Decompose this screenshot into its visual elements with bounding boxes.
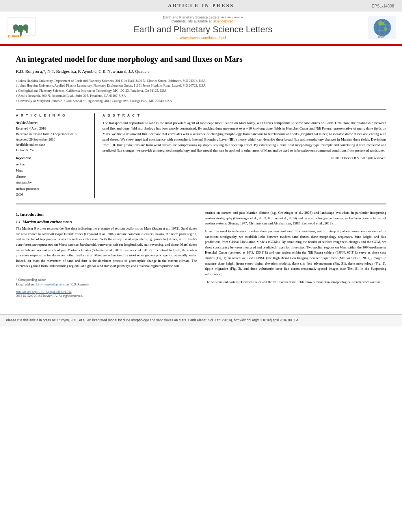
article-in-press-banner: ARTICLE IN PRESS	[0, 0, 402, 11]
email-name-text: (K.D. Runyon).	[69, 283, 89, 286]
elsevier-logo: ELSEVIER	[6, 16, 37, 39]
keyword-2: Mars	[16, 168, 88, 174]
corresponding-label: * Corresponding author.	[16, 278, 197, 282]
accepted-date: Accepted 29 September 2016	[16, 137, 88, 143]
abstract-header: A B S T R A C T	[102, 113, 386, 117]
body-right-text1: straints on current and past Martian cli…	[205, 210, 386, 226]
article-history: Received 4 April 2016 Received in revise…	[16, 126, 88, 153]
sciencedirect-link: Contents lists available at ScienceDirec…	[45, 19, 361, 23]
subsection1-title: 1.1. Martian aeolian environments	[16, 220, 197, 224]
affiliation-d: d Aeolis Research, 600 N. Rosemead Blvd.…	[16, 93, 386, 98]
journal-header: ELSEVIER Earth and Planetary Science Let…	[0, 11, 402, 44]
epsl-identifier: EPSL-14098	[372, 4, 394, 8]
journal-center: Earth and Planetary Science Letters ••• …	[45, 15, 361, 40]
keywords-list: aeolian Mars climate stratigraphy surfac…	[16, 161, 88, 198]
authors-line: K.D. Runyon a,*, N.T. Bridges b,a, F. Ay…	[16, 68, 386, 75]
email-link[interactable]: kirby.runyon@gmail.com	[36, 283, 69, 286]
corresponding-author-note: * Corresponding author. E-mail address: …	[16, 278, 197, 287]
body-right-text2: Given the need to understand modern dune…	[205, 229, 386, 277]
copyright-line: © 2016 Elsevier B.V. All rights reserved…	[102, 156, 386, 160]
doi-link[interactable]: http://dx.doi.org/10.1016/j.epsl.2016.09…	[16, 290, 71, 294]
citation-bar: Please cite this article in press as: Ru…	[0, 314, 402, 326]
revised-date: Received in revised form 23 September 20…	[16, 132, 88, 137]
history-title: Article history:	[16, 120, 88, 124]
issn-line: 0012-821X/© 2016 Elsevier B.V. All right…	[16, 294, 197, 298]
article-title: An integrated model for dune morphology …	[16, 54, 386, 64]
keyword-6: GCM	[16, 192, 88, 198]
section1-title: 1. Introduction	[16, 212, 197, 217]
abstract-text: The transport and deposition of sand is …	[102, 120, 386, 154]
section1-label: Introduction	[20, 212, 44, 217]
affiliation-e: e University of Maryland, James A. Clark…	[16, 98, 386, 104]
keyword-5: surface processes	[16, 186, 88, 192]
affiliation-b: b Johns Hopkins University, Applied Phys…	[16, 83, 386, 88]
body-section: 1. Introduction 1.1. Martian aeolian env…	[16, 204, 386, 298]
journal-url: www.elsevier.com/locate/epsl	[45, 36, 361, 40]
subsection1-num: 1.1.	[16, 220, 22, 224]
abstract-column: A B S T R A C T The transport and deposi…	[102, 113, 386, 198]
journal-abbrev: Earth and Planetary Science Letters ••• …	[45, 15, 361, 19]
main-content: An integrated model for dune morphology …	[0, 46, 402, 306]
keywords-title: Keywords:	[16, 156, 88, 160]
article-info-column: A R T I C L E I N F O Article history: R…	[16, 113, 95, 198]
authors-text: K.D. Runyon a,*, N.T. Bridges b,a, F. Ay…	[16, 69, 149, 74]
footnote-section: * Corresponding author. E-mail address: …	[16, 275, 197, 298]
article-info-header: A R T I C L E I N F O	[16, 113, 88, 117]
email-line: E-mail address: kirby.runyon@gmail.com (…	[16, 282, 197, 287]
body-right-column: straints on current and past Martian cli…	[205, 210, 386, 298]
earth-logo: EARTH	[368, 16, 396, 39]
online-date: Available online xxxx	[16, 142, 88, 148]
info-abstract-section: A R T I C L E I N F O Article history: R…	[16, 109, 386, 198]
section1-num: 1.	[16, 212, 19, 217]
editor-name: Editor: A. Yin	[16, 148, 88, 153]
svg-rect-6	[26, 30, 28, 33]
keyword-4: stratigraphy	[16, 180, 88, 185]
received-date: Received 4 April 2016	[16, 126, 88, 132]
svg-text:ELSEVIER: ELSEVIER	[8, 35, 22, 38]
svg-point-9	[374, 19, 391, 36]
body-left-column: 1. Introduction 1.1. Martian aeolian env…	[16, 210, 197, 298]
journal-title: Earth and Planetary Science Letters	[45, 24, 361, 35]
body-left-text1: The Mariner 9 orbiter returned the first…	[16, 226, 197, 269]
email-label-text: E-mail address:	[16, 283, 35, 286]
article-in-press-text: ARTICLE IN PRESS	[168, 2, 234, 8]
affiliation-a: a Johns Hopkins University, Department o…	[16, 78, 386, 83]
keyword-1: aeolian	[16, 161, 88, 167]
keyword-3: climate	[16, 174, 88, 180]
affiliations: a Johns Hopkins University, Department o…	[16, 78, 386, 104]
affiliation-c: c Geological and Planetary Sciences, Cal…	[16, 88, 386, 93]
citation-text: Please cite this article in press as: Ru…	[6, 318, 298, 322]
svg-text:EARTH: EARTH	[378, 36, 386, 38]
sciencedirect-anchor[interactable]: ScienceDirect	[213, 19, 235, 23]
svg-rect-5	[14, 30, 15, 33]
body-right-text3: The western and eastern Herschel Crater …	[205, 280, 386, 285]
subsection1-label: Martian aeolian environments	[23, 220, 73, 224]
